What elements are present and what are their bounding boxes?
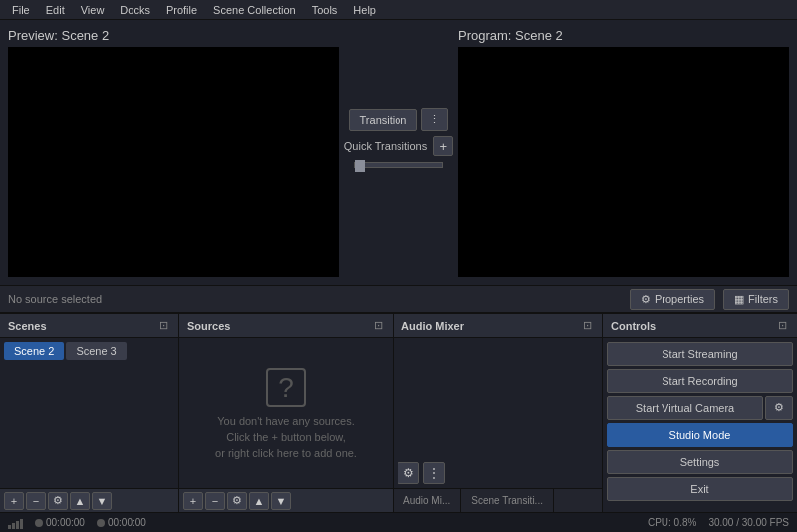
preview-section: Preview: Scene 2 <box>8 28 339 277</box>
menu-docks[interactable]: Docks <box>112 2 158 18</box>
sources-panel-title: Sources <box>187 320 230 332</box>
transition-slider-area[interactable] <box>354 162 443 168</box>
statusbar: 00:00:00 00:00:00 CPU: 0.8% 30.00 / 30.0… <box>0 512 797 532</box>
scenes-pop-button[interactable]: ⊡ <box>157 319 170 332</box>
program-screen <box>458 47 789 277</box>
menu-edit[interactable]: Edit <box>38 2 73 18</box>
controls-panel: Controls ⊡ Start Streaming Start Recordi… <box>603 314 797 512</box>
status-bars-item <box>8 517 23 529</box>
program-title: Program: Scene 2 <box>458 28 789 43</box>
sources-config-button[interactable]: ⚙ <box>227 492 247 510</box>
sources-empty-line1: You don't have any sources. <box>217 415 354 427</box>
menu-file[interactable]: File <box>4 2 38 18</box>
add-transition-button[interactable]: + <box>433 136 453 156</box>
scenes-panel-title: Scenes <box>8 320 47 332</box>
start-recording-button[interactable]: Start Recording <box>607 369 793 393</box>
menu-scene-collection[interactable]: Scene Collection <box>205 2 304 18</box>
virtual-camera-gear-button[interactable]: ⚙ <box>765 396 793 420</box>
sources-toolbar: + − ⚙ ▲ ▼ <box>179 488 393 512</box>
controls-content: Start Streaming Start Recording Start Vi… <box>603 338 797 512</box>
sources-remove-button[interactable]: − <box>205 492 225 510</box>
sources-down-button[interactable]: ▼ <box>271 492 291 510</box>
controls-pop-button[interactable]: ⊡ <box>776 319 789 332</box>
prop-filters-bar: No source selected ⚙ Properties ▦ Filter… <box>0 285 797 313</box>
status-time1: 00:00:00 <box>35 517 85 528</box>
scenes-remove-button[interactable]: − <box>26 492 46 510</box>
scene-item-2[interactable]: Scene 3 <box>66 342 126 360</box>
statusbar-right: CPU: 0.8% 30.00 / 30.00 FPS <box>648 517 789 528</box>
sources-add-button[interactable]: + <box>183 492 203 510</box>
scene-item-1[interactable]: Scene 2 <box>4 342 64 360</box>
preview-screen <box>8 47 339 277</box>
studio-mode-button[interactable]: Studio Mode <box>607 423 793 447</box>
bottom-panels: Scenes ⊡ Scene 2 Scene 3 + − ⚙ ▲ ▼ <box>0 313 797 512</box>
exit-button[interactable]: Exit <box>607 477 793 501</box>
no-source-label: No source selected <box>8 293 622 305</box>
scenes-list: Scene 2 Scene 3 <box>0 338 178 488</box>
cpu-label: CPU: 0.8% <box>648 517 696 528</box>
scenes-up-button[interactable]: ▲ <box>70 492 90 510</box>
time1-label: 00:00:00 <box>46 517 85 528</box>
transition-slider-thumb <box>355 160 365 172</box>
properties-button[interactable]: ⚙ Properties <box>630 289 715 310</box>
sources-pop-button[interactable]: ⊡ <box>372 319 385 332</box>
bar1 <box>8 525 11 529</box>
audio-icons-row: ⚙ ⋮ <box>394 458 602 488</box>
status-dot2 <box>97 519 105 527</box>
sources-empty-icon: ? <box>266 368 306 407</box>
menu-tools[interactable]: Tools <box>304 2 346 18</box>
sources-panel-header: Sources ⊡ <box>179 314 393 338</box>
filters-label: Filters <box>748 293 778 305</box>
controls-panel-title: Controls <box>611 320 656 332</box>
settings-button[interactable]: Settings <box>607 450 793 474</box>
quick-transitions-label: Quick Transitions <box>344 140 427 152</box>
filter-icon: ▦ <box>734 293 744 306</box>
preview-program-row: Preview: Scene 2 Transition ⋮ Quick Tran… <box>0 20 797 285</box>
sources-empty-area[interactable]: ? You don't have any sources. Click the … <box>179 338 393 488</box>
bar4 <box>20 519 23 529</box>
transition-section: Transition ⋮ Quick Transitions + <box>339 28 458 277</box>
preview-title: Preview: Scene 2 <box>8 28 339 43</box>
audio-tab-scene-transitions[interactable]: Scene Transiti... <box>461 489 554 512</box>
main-content: Preview: Scene 2 Transition ⋮ Quick Tran… <box>0 20 797 512</box>
scenes-panel: Scenes ⊡ Scene 2 Scene 3 + − ⚙ ▲ ▼ <box>0 314 179 512</box>
gear-icon: ⚙ <box>641 293 651 306</box>
audio-content <box>394 338 602 458</box>
scenes-down-button[interactable]: ▼ <box>92 492 112 510</box>
scenes-toolbar: + − ⚙ ▲ ▼ <box>0 488 178 512</box>
filters-button[interactable]: ▦ Filters <box>723 289 789 310</box>
status-time2: 00:00:00 <box>97 517 146 528</box>
bar3 <box>16 521 19 529</box>
menu-help[interactable]: Help <box>345 2 384 18</box>
time2-label: 00:00:00 <box>108 517 146 528</box>
menu-profile[interactable]: Profile <box>158 2 205 18</box>
audio-gear-button[interactable]: ⚙ <box>398 462 419 484</box>
bar2 <box>12 523 15 529</box>
scenes-add-button[interactable]: + <box>4 492 24 510</box>
signal-bars <box>8 517 23 529</box>
sources-panel: Sources ⊡ ? You don't have any sources. … <box>179 314 394 512</box>
audio-tab-mixer[interactable]: Audio Mi... <box>394 489 461 512</box>
audio-dots-button[interactable]: ⋮ <box>423 462 445 484</box>
scenes-panel-header: Scenes ⊡ <box>0 314 178 338</box>
quick-transitions-row: Quick Transitions + <box>344 136 453 156</box>
transition-button[interactable]: Transition <box>349 109 418 131</box>
status-dot1 <box>35 519 43 527</box>
start-virtual-camera-button[interactable]: Start Virtual Camera <box>607 396 763 420</box>
menubar: File Edit View Docks Profile Scene Colle… <box>0 0 797 20</box>
transition-dots-button[interactable]: ⋮ <box>421 108 448 131</box>
sources-up-button[interactable]: ▲ <box>249 492 269 510</box>
transition-btn-row: Transition ⋮ <box>349 108 449 131</box>
audio-panel-header: Audio Mixer ⊡ <box>394 314 602 338</box>
menu-view[interactable]: View <box>73 2 113 18</box>
program-section: Program: Scene 2 <box>458 28 789 277</box>
virtual-camera-row: Start Virtual Camera ⚙ <box>607 396 793 420</box>
scenes-config-button[interactable]: ⚙ <box>48 492 68 510</box>
properties-label: Properties <box>655 293 704 305</box>
sources-empty-line3: or right click here to add one. <box>215 447 357 459</box>
fps-label: 30.00 / 30.00 FPS <box>708 517 789 528</box>
audio-tabs: Audio Mi... Scene Transiti... <box>394 488 602 512</box>
start-streaming-button[interactable]: Start Streaming <box>607 342 793 366</box>
audio-pop-button[interactable]: ⊡ <box>581 319 594 332</box>
audio-panel-title: Audio Mixer <box>401 320 464 332</box>
